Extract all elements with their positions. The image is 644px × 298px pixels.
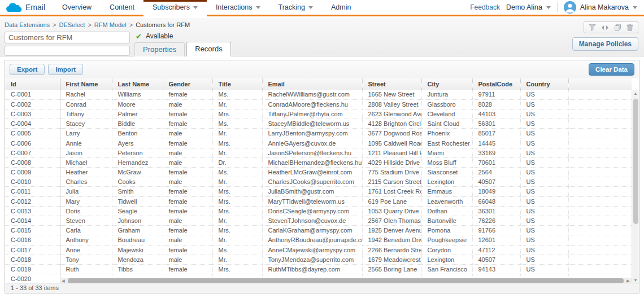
table-cell: Lexington [421, 177, 472, 187]
table-cell: female [163, 119, 212, 129]
table-cell: AnneCMajewski@armyspy.com [262, 245, 362, 255]
nav-item-overview[interactable]: Overview [53, 0, 101, 15]
feedback-link[interactable]: Feedback [470, 3, 500, 11]
user-menu[interactable]: Alina Makarova [564, 1, 637, 14]
vertical-scrollbar[interactable]: ▲ ▼ [632, 90, 639, 284]
import-button[interactable]: Import [48, 64, 83, 75]
table-row[interactable]: C-0009HeatherMcGrawfemaleMs.HeatherLMcGr… [5, 168, 632, 177]
tab-records[interactable]: Records [186, 42, 230, 56]
table-row[interactable]: C-0012MaryTidwellfemaleMrs.MaryTTidwell@… [5, 196, 632, 206]
account-menu[interactable]: Demo Alina [506, 3, 551, 11]
table-cell: Seagle [112, 206, 163, 216]
clear-data-button[interactable]: Clear Data [589, 63, 634, 76]
column-header-email[interactable]: Email [262, 78, 362, 90]
table-cell: East Rochester [421, 138, 472, 148]
move-icon[interactable] [601, 24, 609, 31]
nav-right: Feedback Demo Alina Alina Makarova [470, 0, 644, 15]
table-cell-filler [568, 216, 632, 225]
column-header-last-name[interactable]: Last Name [112, 78, 163, 90]
table-row[interactable]: C-0003TiffanyPalmerfemaleMrs.TiffanyJPal… [5, 109, 632, 119]
table-cell: Jason [60, 148, 112, 157]
table-cell: 40507 [472, 177, 520, 187]
table-cell: Biddle [112, 119, 163, 129]
table-cell: 36301 [472, 206, 520, 216]
breadcrumb-link-data-extensions[interactable]: Data Extensions [5, 21, 50, 28]
nav-item-tracking[interactable]: Tracking [269, 0, 322, 15]
table-cell: Saint Cloud [421, 119, 472, 129]
nav-item-interactions[interactable]: Interactions [207, 0, 269, 15]
table-row[interactable]: C-0001RachelWilliamsfemaleMs.RachelWWill… [5, 90, 632, 99]
table-row[interactable]: C-0011JuliaSmithfemaleMrs.JuliaBSmith@gu… [5, 187, 632, 196]
table-cell: StaceyMBiddle@teleworm.us [262, 119, 362, 129]
table-row[interactable]: C-0019RuthTibbsfemaleMrs.RuthMTibbs@dayr… [5, 264, 632, 274]
column-header-gender[interactable]: Gender [163, 78, 212, 90]
table-row[interactable]: C-0016AnthonyBoudreaumaleMr.AnthonyRBoud… [5, 235, 632, 245]
table-row[interactable]: C-0005LarryBentonmaleMr.LarryJBenton@arm… [5, 129, 632, 138]
breadcrumb-link-deselect[interactable]: DESelect [59, 21, 85, 28]
table-row[interactable]: C-0013DorisSeaglefemaleMrs.DorisCSeagle@… [5, 206, 632, 216]
tab-properties[interactable]: Properties [134, 42, 185, 56]
copy-icon[interactable] [614, 24, 621, 31]
de-name-input[interactable] [5, 32, 130, 43]
table-cell: 85017 [472, 129, 520, 138]
table-row[interactable]: C-0004StaceyBiddlefemaleMs.StaceyMBiddle… [5, 119, 632, 129]
primary-nav: OverviewContentSubscribersInteractionsTr… [53, 0, 360, 15]
table-cell: 2115 Carson Street [362, 177, 421, 187]
column-header-id[interactable]: Id [5, 78, 60, 90]
column-header-country[interactable]: Country [520, 78, 568, 90]
table-cell: female [163, 226, 212, 235]
table-row[interactable]: C-0007JasonPetersonmaleMr.JasonSPeterson… [5, 148, 632, 157]
table-cell-filler [568, 138, 632, 148]
table-cell: 1761 Lost Creek Road [362, 187, 421, 196]
table-row[interactable]: C-0002ConradMooremaleMr.ConradAMoore@fle… [5, 99, 632, 109]
table-cell: male [163, 148, 212, 157]
table-cell: C-0001 [5, 90, 60, 99]
table-cell: male [163, 216, 212, 225]
table-row[interactable]: C-0008MichaelHernandezmaleDr.MichaelBHer… [5, 157, 632, 167]
table-cell: Mr. [212, 99, 262, 109]
table-row[interactable]: C-0017AnneMajewskifemaleMs.AnneCMajewski… [5, 245, 632, 255]
table-row[interactable]: C-0015CarlaGrahamfemaleMrs.CarlaKGraham@… [5, 226, 632, 235]
table-cell: 12601 [472, 235, 520, 245]
column-header-title[interactable]: Title [212, 78, 262, 90]
table-cell: 70601 [472, 157, 520, 167]
table-row[interactable]: C-0010CharlesCooksmaleMr.CharlesJCooks@s… [5, 177, 632, 187]
filter-icon[interactable] [589, 24, 596, 31]
table-row[interactable]: C-0006AnnieAyersfemaleMrs.AnnieGAyers@cu… [5, 138, 632, 148]
column-header-first-name[interactable]: First Name [60, 78, 112, 90]
table-cell: US [520, 138, 568, 148]
manage-policies-button[interactable]: Manage Policies [572, 37, 638, 51]
nav-item-content[interactable]: Content [101, 0, 143, 15]
breadcrumb-link-rfm-model[interactable]: RFM Model [94, 21, 127, 28]
table-row[interactable]: C-0014StevenJohnsonmaleMr.StevenTJohnson… [5, 216, 632, 225]
table-cell: 1665 New Street [362, 90, 421, 99]
nav-item-admin[interactable]: Admin [322, 0, 360, 15]
table-cell: female [163, 206, 212, 216]
scroll-up-icon[interactable]: ▲ [632, 90, 639, 97]
column-header-city[interactable]: City [421, 78, 472, 90]
export-button[interactable]: Export [10, 64, 45, 75]
column-header-street[interactable]: Street [362, 78, 421, 90]
table-cell: Williams [112, 90, 163, 99]
vertical-scroll-thumb[interactable] [633, 99, 638, 224]
table-cell: 44103 [472, 109, 520, 119]
table-cell-filler [568, 226, 632, 235]
nav-item-subscribers[interactable]: Subscribers [143, 0, 207, 15]
table-cell: Hernandez [112, 157, 163, 167]
table-cell-filler [568, 245, 632, 255]
table-cell: female [163, 138, 212, 148]
table-cell: Heather [60, 168, 112, 177]
table-row[interactable]: C-0018TonyMendozamaleMr.TonyJMendoza@sup… [5, 255, 632, 264]
de-description-input[interactable] [5, 46, 130, 56]
table-cell: US [520, 129, 568, 138]
table-cell: Mr. [212, 177, 262, 187]
app-brand[interactable]: Email [0, 0, 53, 15]
table-cell: Benton [112, 129, 163, 138]
table-cell: Ms. [212, 245, 262, 255]
table-cell: Tony [60, 255, 112, 264]
table-cell: female [163, 187, 212, 196]
column-header-postalcode[interactable]: PostalCode [472, 78, 520, 90]
delete-icon[interactable] [626, 24, 633, 31]
table-cell: Smith [112, 187, 163, 196]
breadcrumb-current: Customers for RFM [136, 21, 190, 28]
